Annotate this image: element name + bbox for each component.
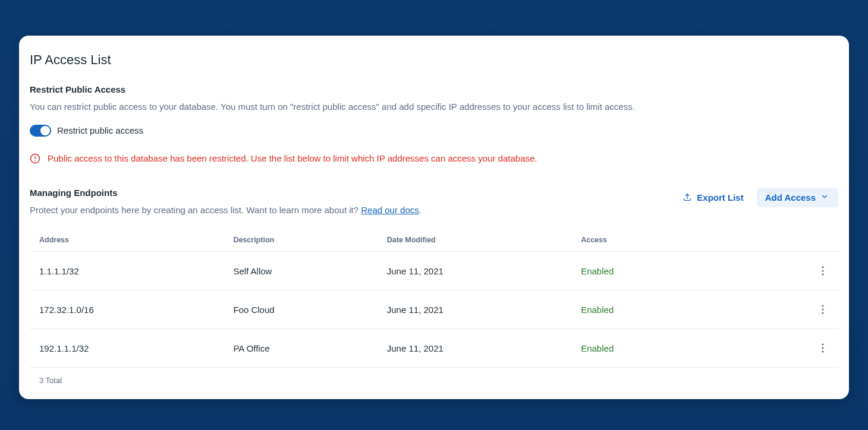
kebab-icon — [822, 266, 824, 276]
cell-description: Self Allow — [224, 252, 377, 290]
svg-point-11 — [822, 347, 823, 349]
restrict-heading: Restrict Public Access — [30, 84, 838, 94]
svg-point-5 — [822, 270, 823, 271]
row-actions-button[interactable] — [817, 263, 829, 279]
cell-address: 192.1.1.1/32 — [30, 329, 224, 368]
table-row: 1.1.1.1/32Self AllowJune 11, 2021Enabled — [30, 252, 838, 290]
row-actions-button[interactable] — [817, 301, 829, 318]
endpoints-description: Protect your endpoints here by creating … — [30, 204, 665, 217]
endpoints-heading: Managing Endpoints — [30, 188, 665, 198]
restrict-toggle-label: Restrict public access — [57, 125, 143, 135]
svg-point-10 — [822, 343, 823, 345]
cell-actions — [766, 252, 838, 290]
endpoints-header: Managing Endpoints Protect your endpoint… — [30, 188, 838, 217]
cell-date-modified: June 11, 2021 — [378, 290, 571, 329]
cell-date-modified: June 11, 2021 — [378, 329, 571, 368]
svg-point-4 — [822, 266, 823, 268]
export-label: Export List — [697, 192, 743, 203]
table-header-row: Address Description Date Modified Access — [30, 229, 838, 252]
cell-actions — [766, 290, 838, 329]
endpoints-desc-suffix: . — [419, 205, 422, 215]
th-access: Access — [571, 229, 765, 252]
svg-point-7 — [822, 305, 823, 306]
add-access-label: Add Access — [765, 192, 816, 203]
row-actions-button[interactable] — [817, 340, 829, 356]
restrict-description: You can restrict public access to your d… — [30, 100, 838, 114]
restrict-toggle[interactable] — [30, 125, 51, 137]
svg-point-12 — [822, 350, 823, 352]
cell-date-modified: June 11, 2021 — [378, 252, 571, 290]
svg-point-8 — [822, 308, 823, 310]
kebab-icon — [822, 343, 824, 353]
endpoints-actions: Export List Add Access — [677, 188, 838, 207]
cell-actions — [766, 329, 838, 368]
alert-icon — [30, 153, 40, 164]
cell-address: 1.1.1.1/32 — [30, 252, 224, 290]
cell-access: Enabled — [571, 252, 765, 290]
access-table: Address Description Date Modified Access… — [30, 229, 838, 368]
upload-icon — [683, 192, 692, 202]
cell-address: 172.32.1.0/16 — [30, 290, 224, 329]
th-actions — [766, 229, 838, 252]
ip-access-card: IP Access List Restrict Public Access Yo… — [19, 36, 849, 399]
add-access-button[interactable]: Add Access — [757, 188, 838, 207]
svg-point-2 — [34, 160, 36, 161]
cell-access: Enabled — [571, 329, 765, 368]
chevron-down-icon — [820, 192, 830, 202]
read-docs-link[interactable]: Read our docs — [361, 205, 419, 215]
table-row: 172.32.1.0/16Foo CloudJune 11, 2021Enabl… — [30, 290, 838, 329]
restrict-toggle-row: Restrict public access — [30, 125, 838, 137]
kebab-icon — [822, 305, 824, 314]
table-row: 192.1.1.1/32PA OfficeJune 11, 2021Enable… — [30, 329, 838, 368]
endpoints-desc-prefix: Protect your endpoints here by creating … — [30, 205, 361, 215]
svg-point-9 — [822, 312, 823, 314]
alert-text: Public access to this database has been … — [48, 153, 537, 163]
cell-access: Enabled — [571, 290, 765, 329]
restriction-alert: Public access to this database has been … — [30, 153, 838, 164]
page-title: IP Access List — [30, 52, 838, 68]
th-date-modified: Date Modified — [378, 229, 571, 252]
th-description: Description — [224, 229, 377, 252]
th-address: Address — [30, 229, 224, 252]
svg-point-6 — [822, 273, 823, 275]
cell-description: Foo Cloud — [224, 290, 377, 329]
cell-description: PA Office — [224, 329, 377, 368]
export-list-button[interactable]: Export List — [677, 188, 749, 207]
toggle-knob — [40, 126, 50, 135]
table-footer: 3 Total — [30, 368, 838, 385]
